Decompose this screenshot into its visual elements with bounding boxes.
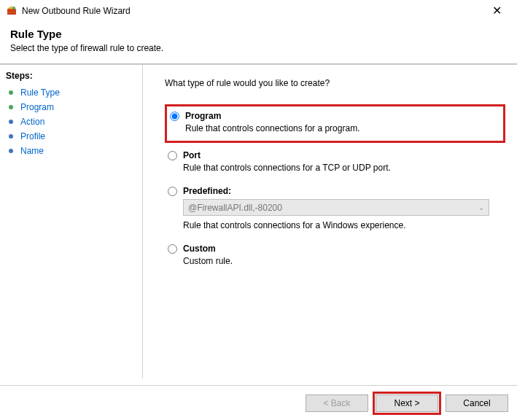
predefined-select-value: @FirewallAPI.dll,-80200 [188, 203, 282, 213]
radio-predefined[interactable] [168, 187, 177, 196]
option-port[interactable]: Port Rule that controls connections for … [165, 146, 505, 180]
step-bullet-icon [9, 120, 13, 124]
svg-rect-2 [7, 12, 16, 13]
firewall-icon [6, 5, 18, 17]
option-program[interactable]: Program Rule that controls connections f… [165, 104, 505, 143]
sidebar-item-name[interactable]: Name [6, 144, 135, 158]
sidebar-item-action[interactable]: Action [6, 114, 135, 129]
option-program-title: Program [185, 111, 500, 121]
cancel-button[interactable]: Cancel [446, 394, 508, 412]
option-predefined[interactable]: Predefined: @FirewallAPI.dll,-80200 ⌄ Ru… [165, 182, 505, 238]
sidebar-item-rule-type[interactable]: Rule Type [6, 85, 135, 100]
sidebar-item-profile[interactable]: Profile [6, 129, 135, 144]
sidebar-item-program[interactable]: Program [6, 100, 135, 114]
wizard-footer: < Back Next > Cancel [0, 385, 517, 420]
wizard-header: Rule Type Select the type of firewall ru… [0, 22, 517, 63]
option-custom[interactable]: Custom Custom rule. [165, 239, 505, 273]
steps-heading: Steps: [6, 71, 135, 81]
sidebar-item-label: Action [20, 117, 44, 127]
option-program-texts: Program Rule that controls connections f… [185, 111, 500, 133]
step-bullet-icon [9, 134, 13, 139]
option-program-desc: Rule that controls connections for a pro… [185, 123, 500, 133]
sidebar-item-label: Name [20, 146, 44, 156]
option-port-texts: Port Rule that controls connections for … [183, 150, 502, 173]
option-custom-desc: Custom rule. [183, 256, 502, 266]
step-bullet-icon [9, 90, 13, 95]
step-bullet-icon [9, 149, 13, 153]
sidebar-item-label: Program [20, 102, 54, 112]
sidebar-item-label: Rule Type [20, 88, 60, 98]
predefined-select[interactable]: @FirewallAPI.dll,-80200 ⌄ [183, 199, 489, 216]
radio-custom[interactable] [168, 244, 177, 254]
window-title: New Outbound Rule Wizard [22, 6, 482, 16]
option-predefined-texts: Predefined: @FirewallAPI.dll,-80200 ⌄ Ru… [183, 186, 502, 230]
content-area: Steps: Rule Type Program Action Profile … [0, 65, 517, 378]
close-icon[interactable]: ✕ [482, 0, 511, 22]
step-bullet-icon [9, 105, 13, 109]
option-custom-texts: Custom Custom rule. [183, 244, 502, 266]
next-button[interactable]: Next > [376, 394, 438, 412]
radio-port[interactable] [168, 151, 177, 160]
back-button: < Back [306, 394, 368, 412]
option-port-title: Port [183, 150, 502, 160]
option-predefined-title: Predefined: [183, 186, 502, 196]
option-custom-title: Custom [183, 244, 502, 254]
chevron-down-icon: ⌄ [478, 203, 484, 211]
option-predefined-desc: Rule that controls connections for a Win… [183, 220, 502, 230]
radio-program[interactable] [170, 112, 179, 121]
next-button-highlight: Next > [373, 392, 441, 415]
sidebar-item-label: Profile [20, 131, 45, 141]
main-panel: What type of rule would you like to crea… [143, 65, 517, 378]
svg-point-3 [12, 7, 15, 9]
steps-sidebar: Steps: Rule Type Program Action Profile … [0, 65, 142, 378]
question-text: What type of rule would you like to crea… [165, 78, 505, 88]
titlebar: New Outbound Rule Wizard ✕ [0, 0, 517, 22]
page-subtitle: Select the type of firewall rule to crea… [10, 43, 507, 53]
option-port-desc: Rule that controls connections for a TCP… [183, 163, 502, 173]
page-title: Rule Type [10, 28, 507, 40]
